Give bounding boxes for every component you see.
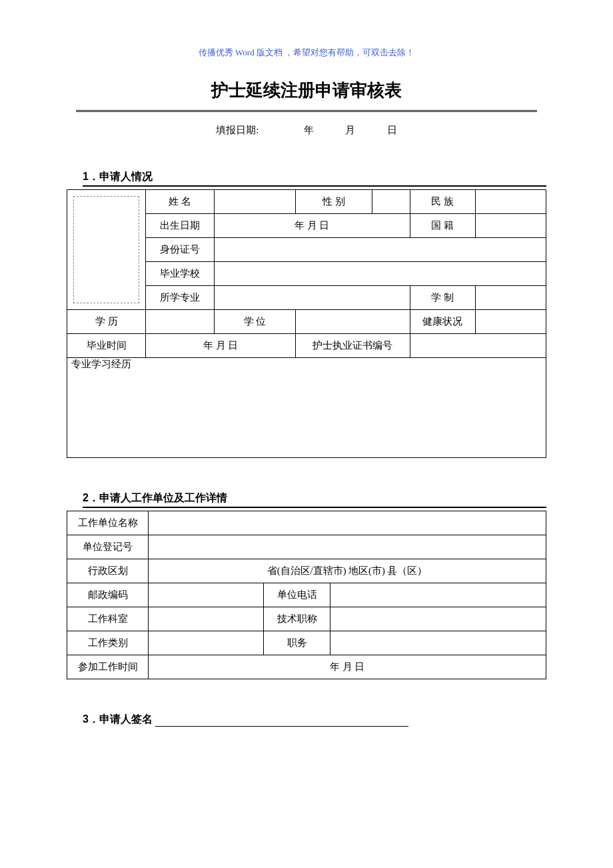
fill-date-label: 填报日期:: [216, 124, 259, 137]
table-row: 专业学习经历: [67, 358, 546, 458]
label-degree: 学 位: [214, 310, 296, 334]
input-tech-title[interactable]: [330, 607, 546, 631]
table-row: 工作单位名称: [67, 511, 546, 535]
input-ethnic[interactable]: [475, 190, 546, 214]
applicant-info-table: 姓 名 性 别 民 族 出生日期 年 月 日 国 籍 身份证号 毕业学校 所学专…: [67, 189, 546, 458]
label-start-work: 参加工作时间: [67, 655, 149, 679]
table-row: 邮政编码 单位电话: [67, 583, 546, 607]
input-dob[interactable]: 年 月 日: [214, 214, 410, 238]
label-school: 毕业学校: [146, 262, 214, 286]
section3-label: 3．申请人签名: [83, 713, 153, 725]
label-position: 职务: [263, 631, 330, 655]
input-id[interactable]: [214, 238, 546, 262]
label-nationality: 国 籍: [410, 214, 475, 238]
label-cert-no: 护士执业证书编号: [296, 334, 410, 358]
input-admin-div[interactable]: 省(自治区/直辖市) 地区(市) 县（区）: [149, 559, 546, 583]
fill-date-month: 月: [345, 124, 355, 137]
label-name: 姓 名: [146, 190, 214, 214]
label-ethnic: 民 族: [410, 190, 475, 214]
label-study-history[interactable]: 专业学习经历: [67, 358, 546, 458]
label-health: 健康状况: [410, 310, 475, 334]
input-name[interactable]: [214, 190, 296, 214]
fill-date-year: 年: [304, 124, 314, 137]
table-row: 参加工作时间 年 月 日: [67, 655, 546, 679]
label-reg-no: 单位登记号: [67, 535, 149, 559]
fill-date-line: 填报日期: 年 月 日: [67, 124, 546, 137]
label-dept: 工作科室: [67, 607, 149, 631]
input-school[interactable]: [214, 262, 546, 286]
input-degree-system[interactable]: [475, 286, 546, 310]
table-row: 单位登记号: [67, 535, 546, 559]
input-dept[interactable]: [149, 607, 264, 631]
input-education[interactable]: [146, 310, 214, 334]
label-major: 所学专业: [146, 286, 214, 310]
input-sex[interactable]: [372, 190, 410, 214]
input-degree[interactable]: [296, 310, 410, 334]
label-dob: 出生日期: [146, 214, 214, 238]
input-position[interactable]: [330, 631, 546, 655]
input-major[interactable]: [214, 286, 410, 310]
title-underline: [76, 110, 537, 112]
section3-heading: 3．申请人签名: [83, 713, 546, 727]
table-row: 姓 名 性 别 民 族: [67, 190, 546, 214]
table-row: 学 历 学 位 健康状况: [67, 310, 546, 334]
input-start-work[interactable]: 年 月 日: [149, 655, 546, 679]
label-id: 身份证号: [146, 238, 214, 262]
fill-date-day: 日: [387, 124, 397, 137]
label-work-type: 工作类别: [67, 631, 149, 655]
photo-cell[interactable]: [67, 190, 146, 310]
label-admin-div: 行政区划: [67, 559, 149, 583]
label-tech-title: 技术职称: [263, 607, 330, 631]
page-title: 护士延续注册申请审核表: [67, 79, 546, 102]
work-info-table: 工作单位名称 单位登记号 行政区划 省(自治区/直辖市) 地区(市) 县（区） …: [67, 511, 546, 679]
input-postcode[interactable]: [149, 583, 264, 607]
table-row: 工作科室 技术职称: [67, 607, 546, 631]
label-work-unit: 工作单位名称: [67, 511, 149, 535]
input-reg-no[interactable]: [149, 535, 546, 559]
header-note: 传播优秀 Word 版文档 ，希望对您有帮助，可双击去除！: [67, 47, 546, 59]
label-degree-system: 学 制: [410, 286, 475, 310]
input-work-type[interactable]: [149, 631, 264, 655]
label-sex: 性 别: [296, 190, 372, 214]
table-row: 行政区划 省(自治区/直辖市) 地区(市) 县（区）: [67, 559, 546, 583]
label-education: 学 历: [67, 310, 146, 334]
label-postcode: 邮政编码: [67, 583, 149, 607]
table-row: 工作类别 职务: [67, 631, 546, 655]
signature-line[interactable]: [155, 726, 408, 727]
input-grad-time[interactable]: 年 月 日: [146, 334, 296, 358]
label-unit-phone: 单位电话: [263, 583, 330, 607]
input-cert-no[interactable]: [410, 334, 546, 358]
section1-heading: 1．申请人情况: [83, 170, 546, 187]
table-row: 毕业时间 年 月 日 护士执业证书编号: [67, 334, 546, 358]
section2-heading: 2．申请人工作单位及工作详情: [83, 491, 546, 508]
input-health[interactable]: [475, 310, 546, 334]
label-grad-time: 毕业时间: [67, 334, 146, 358]
input-unit-phone[interactable]: [330, 583, 546, 607]
input-nationality[interactable]: [475, 214, 546, 238]
input-work-unit[interactable]: [149, 511, 546, 535]
